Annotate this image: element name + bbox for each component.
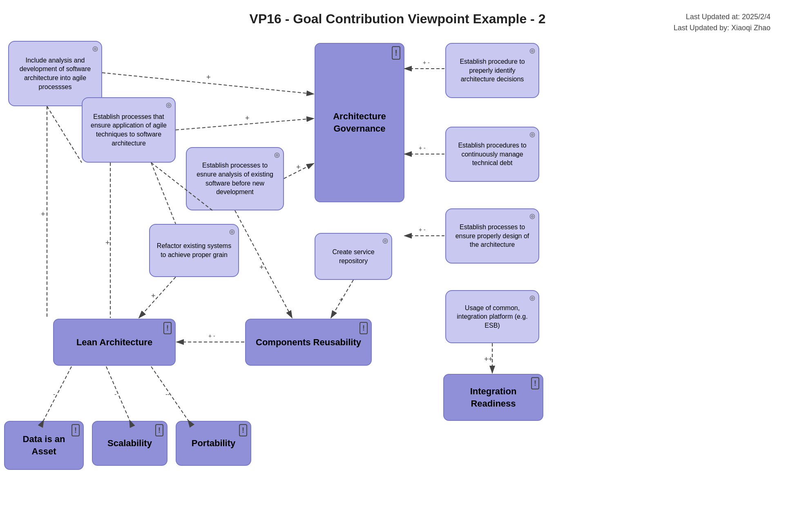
- svg-line-34: [47, 106, 82, 163]
- svg-line-30: [106, 367, 130, 420]
- svg-line-2: [102, 73, 314, 94]
- node-portability: Portability !: [176, 421, 251, 466]
- node-components-reuse: Components Reusability !: [245, 319, 372, 366]
- circle-at-icon6: ◎: [529, 130, 535, 139]
- node-design-arch: Establish processes to ensure properly d…: [445, 208, 539, 264]
- svg-text:+: +: [296, 163, 301, 171]
- exclaim-icon-scale: !: [155, 424, 163, 436]
- svg-text:+ -: + -: [419, 145, 426, 151]
- svg-text:+: +: [105, 239, 110, 247]
- exclaim-icon-port: !: [239, 424, 247, 436]
- exclaim-icon-lean: !: [163, 322, 172, 334]
- node-establish-existing: Establish processes to esnure analysis o…: [186, 147, 284, 210]
- circle-at-icon7: ◎: [529, 212, 535, 221]
- svg-text:+ -: + -: [419, 226, 426, 233]
- circle-at-icon5: ◎: [529, 46, 535, 55]
- svg-line-36: [151, 163, 176, 224]
- svg-line-6: [284, 163, 314, 179]
- node-data-asset: Data is an Asset !: [4, 421, 84, 470]
- last-updated-at: Last Updated at: 2025/2/4: [674, 11, 770, 22]
- circle-at-icon9: ◎: [529, 293, 535, 302]
- node-arch-governance: Architecture Governance !: [315, 43, 404, 202]
- meta-info: Last Updated at: 2025/2/4 Last Updated b…: [674, 11, 770, 34]
- exclaim-icon-integ: !: [531, 377, 539, 389]
- svg-line-28: [44, 367, 71, 420]
- exclaim-icon-gov: !: [392, 46, 400, 60]
- node-lean-arch: Lean Architecture !: [53, 319, 176, 366]
- node-create-service: Create service repository ◎: [315, 233, 392, 280]
- svg-text:+: +: [339, 296, 344, 304]
- svg-line-4: [176, 118, 314, 130]
- svg-line-22: [331, 280, 353, 318]
- node-identify-decisions: Establish procedure to preperly identify…: [445, 43, 539, 98]
- node-manage-debt: Establish procedures to continuously man…: [445, 127, 539, 182]
- svg-text:+: +: [259, 263, 264, 271]
- circle-at-icon: ◎: [92, 44, 98, 53]
- svg-text:--: --: [165, 391, 170, 398]
- node-refactor: Refactor existing systems to achieve pro…: [149, 224, 239, 277]
- svg-text:++: ++: [484, 355, 493, 363]
- node-usage-common: Usage of common, integration platform (e…: [445, 290, 539, 343]
- node-scalability: Scalability !: [92, 421, 167, 466]
- svg-text:+: +: [245, 114, 250, 122]
- svg-line-32: [151, 367, 188, 420]
- circle-at-icon3: ◎: [274, 150, 280, 159]
- svg-text:+: +: [151, 292, 156, 300]
- node-integration-readiness: Integration Readiness !: [443, 374, 543, 421]
- svg-line-18: [139, 277, 176, 318]
- last-updated-by: Last Updated by: Xiaoqi Zhao: [674, 22, 770, 34]
- circle-at-icon2: ◎: [166, 101, 172, 110]
- circle-at-icon8: ◎: [382, 236, 388, 245]
- node-establish-agile: Establish processes that ensure applicat…: [82, 97, 176, 163]
- exclaim-icon-comp: !: [360, 322, 368, 334]
- exclaim-icon-data: !: [71, 424, 80, 436]
- svg-text:+: +: [41, 210, 45, 218]
- svg-text:+ -: + -: [423, 59, 430, 66]
- node-include-analysis: Include analysis and development of soft…: [8, 41, 102, 106]
- svg-text:-: -: [53, 391, 55, 398]
- svg-line-20: [235, 210, 292, 318]
- svg-text:-: -: [114, 391, 116, 398]
- svg-text:+: +: [206, 73, 211, 81]
- circle-at-icon4: ◎: [229, 227, 235, 236]
- svg-text:+ -: + -: [208, 333, 215, 339]
